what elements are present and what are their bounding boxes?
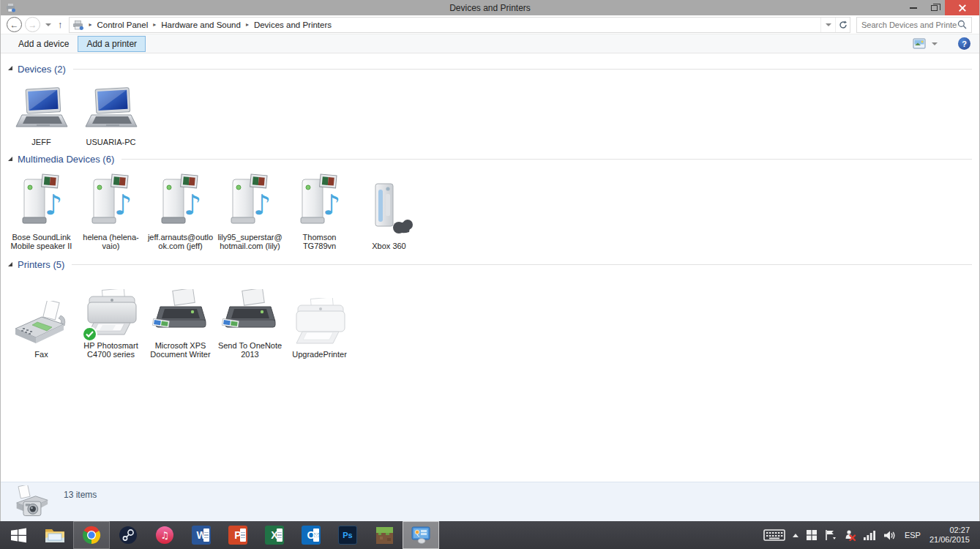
- refresh-button[interactable]: [835, 18, 850, 32]
- word-icon: W: [192, 526, 211, 545]
- status-bar: 13 items: [1, 482, 979, 521]
- file-explorer-icon: [45, 526, 65, 544]
- chevron-down-icon: [826, 23, 831, 26]
- collapse-group-icon[interactable]: [8, 157, 12, 161]
- network-signal-icon[interactable]: [864, 530, 876, 540]
- search-input[interactable]: [861, 20, 957, 29]
- taskbar-powerpoint-button[interactable]: P: [220, 521, 256, 549]
- device-tile-jeff-arnauts[interactable]: ♪ jeff.arnauts@outlook.com (jeff): [146, 171, 215, 251]
- breadcrumb-control-panel[interactable]: Control Panel: [97, 20, 149, 29]
- minimize-button[interactable]: [902, 0, 924, 15]
- fax-icon: [12, 296, 71, 348]
- taskbar-steam-button[interactable]: [110, 521, 146, 549]
- help-button[interactable]: ?: [958, 37, 970, 50]
- up-button[interactable]: ↑: [58, 19, 63, 30]
- svg-text:♫: ♫: [160, 530, 169, 541]
- collapse-group-icon[interactable]: [8, 262, 12, 266]
- taskbar-outlook-button[interactable]: O: [293, 521, 329, 549]
- media-device-icon: ♪: [156, 171, 206, 231]
- printer-label: Send To OneNote 2013: [217, 341, 284, 359]
- taskbar-chrome-button[interactable]: [73, 521, 110, 549]
- media-device-icon: ♪: [295, 171, 345, 231]
- show-hidden-icons-button[interactable]: [793, 534, 798, 537]
- action-center-flag-icon[interactable]: [825, 529, 837, 541]
- device-tile-lily95[interactable]: ♪ lily95_superstar@hotmail.com (lily): [215, 171, 285, 251]
- navigation-bar: ← → ↑ ▸ Control Panel ▸ Hardware and Sou…: [1, 15, 979, 34]
- device-tile-jeff[interactable]: JEFF: [7, 80, 76, 147]
- printer-tile-fax[interactable]: Fax: [7, 296, 76, 359]
- add-a-printer-button[interactable]: Add a printer: [78, 36, 146, 52]
- steam-icon: [119, 526, 138, 545]
- clock-date: 21/06/2015: [929, 535, 970, 545]
- svg-text:♪: ♪: [184, 189, 201, 221]
- change-view-button[interactable]: [913, 38, 926, 49]
- taskbar-file-explorer-button[interactable]: [37, 521, 73, 549]
- device-tile-usuaria-pc[interactable]: USUARIA-PC: [76, 80, 146, 147]
- restore-button[interactable]: [924, 0, 945, 15]
- powerpoint-icon: P: [228, 526, 247, 545]
- refresh-icon: [839, 20, 848, 29]
- volume-icon[interactable]: [883, 530, 896, 541]
- devices-and-printers-window: Devices and Printers ← → ↑ ▸ Control Pan…: [0, 0, 980, 521]
- group-multimedia-devices: Multimedia Devices (6) ♪ Bose SoundLink …: [7, 153, 973, 251]
- device-tile-thomson[interactable]: ♪ Thomson TG789vn: [285, 171, 354, 251]
- group-count: (2): [54, 64, 66, 75]
- taskbar-itunes-button[interactable]: ♫: [146, 521, 183, 549]
- group-divider: [121, 159, 972, 160]
- location-printer-icon: [72, 20, 84, 30]
- group-header-printers[interactable]: Printers (5): [7, 258, 973, 272]
- view-thumbnail-icon: [913, 38, 926, 49]
- group-divider: [72, 264, 972, 265]
- view-dropdown-icon[interactable]: [932, 42, 938, 45]
- address-bar[interactable]: ▸ Control Panel ▸ Hardware and Sound ▸ D…: [69, 17, 851, 33]
- printer-dark-icon: [150, 288, 212, 339]
- printer-tile-xps-writer[interactable]: Microsoft XPS Document Writer: [146, 288, 215, 359]
- group-header-multimedia[interactable]: Multimedia Devices (6): [7, 153, 973, 166]
- close-icon: [958, 4, 966, 12]
- taskbar: ♫ W P X O Ps: [0, 521, 980, 549]
- devices-and-printers-window-icon: [411, 526, 431, 544]
- touch-keyboard-button[interactable]: [763, 529, 785, 541]
- device-tile-bose-soundlink[interactable]: ♪ Bose SoundLink Mobile speaker II: [7, 171, 76, 251]
- add-a-device-button[interactable]: Add a device: [10, 36, 78, 52]
- taskbar-excel-button[interactable]: X: [256, 521, 293, 549]
- windows-tray-icon[interactable]: [806, 529, 818, 541]
- close-button[interactable]: [945, 0, 979, 15]
- breadcrumb-devices-and-printers[interactable]: Devices and Printers: [254, 20, 332, 29]
- devices-and-printers-large-icon: [12, 485, 51, 520]
- printer-label: UpgradePrinter: [292, 350, 347, 359]
- device-label: lily95_superstar@hotmail.com (lily): [217, 233, 284, 251]
- search-icon: [957, 20, 967, 29]
- taskbar-photoshop-button[interactable]: Ps: [329, 521, 366, 549]
- group-count: (5): [53, 259, 64, 270]
- back-button[interactable]: ←: [7, 17, 22, 32]
- device-tile-helena[interactable]: ♪ helena (helena-vaio): [76, 171, 146, 251]
- device-status-error-icon[interactable]: [844, 529, 856, 542]
- breadcrumb-hardware-and-sound[interactable]: Hardware and Sound: [161, 20, 241, 29]
- address-history-dropdown-button[interactable]: [820, 18, 835, 32]
- taskbar-devices-and-printers-button[interactable]: [403, 521, 439, 549]
- printer-tile-upgradeprinter[interactable]: UpgradePrinter: [285, 296, 354, 359]
- items-view: Devices (2) JEFF USUARIA-PC: [1, 53, 979, 482]
- collapse-group-icon[interactable]: [8, 66, 12, 70]
- taskbar-word-button[interactable]: W: [183, 521, 220, 549]
- minecraft-icon: [375, 526, 394, 545]
- title-bar[interactable]: Devices and Printers: [1, 0, 979, 15]
- svg-text:♪: ♪: [323, 189, 340, 221]
- start-button[interactable]: [0, 521, 37, 549]
- group-printers: Printers (5) Fax: [7, 258, 973, 359]
- printer-tile-onenote[interactable]: Send To OneNote 2013: [215, 288, 285, 359]
- crumb-separator-icon: ▸: [241, 21, 254, 28]
- recent-pages-dropdown-icon[interactable]: [45, 23, 51, 26]
- restore-icon: [931, 5, 938, 11]
- svg-text:♪: ♪: [114, 189, 132, 221]
- group-header-devices[interactable]: Devices (2): [7, 62, 973, 75]
- clock[interactable]: 02:27 21/06/2015: [929, 526, 973, 545]
- language-indicator[interactable]: ESP: [903, 531, 922, 539]
- group-divider: [73, 69, 972, 70]
- search-box[interactable]: [856, 17, 972, 33]
- printer-tile-hp-photosmart[interactable]: HP Photosmart C4700 series: [76, 288, 146, 359]
- device-tile-xbox-360[interactable]: Xbox 360: [354, 179, 424, 251]
- forward-button[interactable]: →: [25, 17, 40, 32]
- taskbar-minecraft-button[interactable]: [366, 521, 403, 549]
